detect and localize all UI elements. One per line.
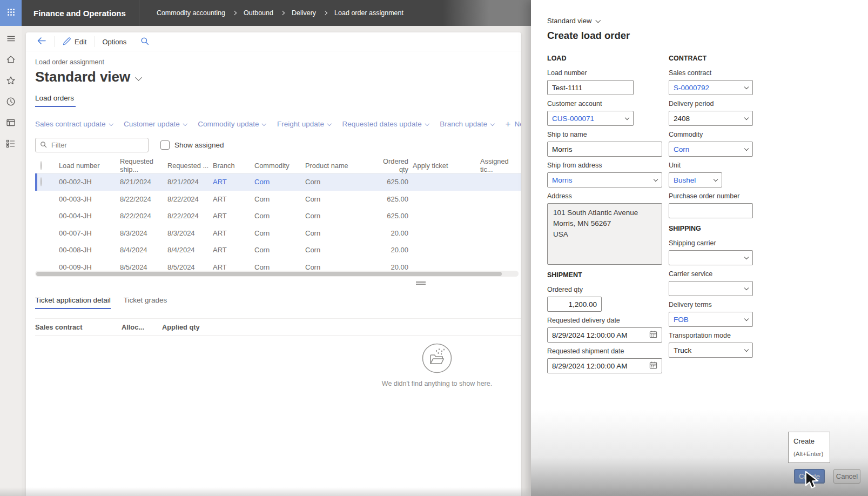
breadcrumb-item[interactable]: Commodity accounting: [157, 9, 225, 17]
edit-button[interactable]: Edit: [62, 37, 86, 47]
tab-ticket-application-detail[interactable]: Ticket application detail: [35, 296, 111, 309]
delivery-terms-combobox[interactable]: FOB: [669, 312, 753, 327]
calendar-icon[interactable]: [649, 361, 657, 371]
customer-account-combobox[interactable]: CUS-000071: [547, 111, 634, 126]
field-value: S-0000792: [674, 84, 742, 92]
column-header[interactable]: Load number: [59, 162, 120, 170]
tab-load-orders[interactable]: Load orders: [35, 94, 76, 107]
shipping-carrier-combobox[interactable]: [669, 250, 753, 265]
chevron-down-icon[interactable]: [744, 116, 749, 120]
filter-input[interactable]: [50, 140, 147, 150]
branch-link[interactable]: ART: [213, 178, 254, 186]
splitter-handle[interactable]: [416, 281, 426, 285]
ordered-qty-input[interactable]: 1,200.00: [547, 297, 602, 312]
column-header[interactable]: Sales contract: [35, 323, 122, 331]
cancel-button[interactable]: Cancel: [833, 469, 860, 484]
new-button[interactable]: +New: [505, 120, 521, 128]
table-cell: 625.00: [374, 212, 410, 220]
ship-from-address-combobox[interactable]: Morris: [547, 172, 662, 187]
breadcrumb-item[interactable]: Outbound: [244, 9, 273, 17]
column-header[interactable]: Apply ticket: [410, 162, 480, 170]
commodity-link[interactable]: Corn: [254, 178, 305, 186]
show-assigned-checkbox[interactable]: [160, 140, 170, 150]
dialog-view-selector[interactable]: Standard view: [531, 0, 868, 25]
unit-combobox[interactable]: Bushel: [669, 172, 722, 187]
chevron-down-icon[interactable]: [744, 286, 749, 290]
hamburger-icon[interactable]: [6, 33, 16, 43]
field-label: Requested delivery date: [547, 317, 662, 325]
commodity-combobox[interactable]: Corn: [669, 142, 753, 157]
table-row[interactable]: 00-002-JH 8/21/2024 8/21/2024 ART Corn C…: [35, 173, 521, 191]
branch-update-menu[interactable]: Branch update: [440, 120, 494, 128]
column-header[interactable]: Applied qty: [162, 323, 227, 331]
freight-update-menu[interactable]: Freight update: [277, 120, 331, 128]
tab-ticket-grades[interactable]: Ticket grades: [124, 296, 167, 309]
page-title: Standard view: [35, 68, 130, 85]
options-button[interactable]: Options: [102, 38, 126, 46]
row-selector-radio[interactable]: [41, 177, 42, 186]
column-header[interactable]: Requested ...: [167, 162, 213, 170]
chevron-down-icon[interactable]: [744, 146, 749, 151]
calendar-icon[interactable]: [649, 330, 657, 340]
table-cell: ART: [213, 229, 254, 237]
star-icon[interactable]: [6, 76, 16, 85]
chevron-down-icon[interactable]: [625, 116, 629, 120]
table-cell: 8/5/2024: [120, 263, 167, 271]
column-header[interactable]: Requested ship...: [120, 157, 167, 173]
chevron-down-icon[interactable]: [744, 85, 749, 89]
load-number-input[interactable]: Test-1111: [547, 80, 634, 95]
view-title-button[interactable]: Standard view: [35, 68, 521, 85]
chevron-down-icon[interactable]: [744, 255, 749, 259]
requested-delivery-date-input[interactable]: 8/29/2024 12:00:00 AM: [547, 327, 662, 343]
clock-icon[interactable]: [6, 97, 16, 106]
ship-to-name-input[interactable]: Morris: [547, 142, 662, 157]
waffle-icon: [7, 8, 15, 18]
chevron-down-icon[interactable]: [654, 177, 658, 182]
requested-dates-update-menu[interactable]: Requested dates update: [342, 120, 429, 128]
column-header[interactable]: Commodity: [254, 162, 305, 170]
field-value: 2408: [674, 115, 742, 123]
back-button[interactable]: [37, 37, 46, 46]
sales-contract-combobox[interactable]: S-0000792: [669, 80, 753, 95]
table-row[interactable]: 00-003-JH 8/22/2024 8/22/2024 ART Corn C…: [35, 191, 521, 208]
carrier-service-combobox[interactable]: [669, 281, 753, 296]
horizontal-scrollbar[interactable]: [35, 271, 519, 277]
column-header[interactable]: Alloc...: [122, 323, 162, 331]
chevron-down-icon[interactable]: [744, 317, 749, 321]
chevron-down-icon[interactable]: [714, 177, 718, 182]
select-all-radio[interactable]: [41, 161, 42, 170]
requested-shipment-date-input[interactable]: 8/29/2024 12:00:00 AM: [547, 358, 662, 373]
chevron-down-icon[interactable]: [744, 347, 749, 352]
commodity-update-menu[interactable]: Commodity update: [198, 120, 266, 128]
transportation-mode-combobox[interactable]: Truck: [669, 343, 753, 358]
section-load: LOAD: [547, 55, 662, 63]
workspaces-icon[interactable]: [6, 118, 16, 128]
modules-icon[interactable]: [6, 139, 16, 149]
table-row[interactable]: 00-004-JH 8/22/2024 8/22/2024 ART Corn C…: [35, 207, 521, 225]
app-launcher-button[interactable]: [0, 0, 22, 26]
delivery-period-combobox[interactable]: 2408: [669, 111, 753, 126]
column-header[interactable]: Product name: [305, 162, 374, 170]
table-row[interactable]: 00-008-JH 8/4/2024 8/4/2024 ART Corn Cor…: [35, 242, 521, 259]
plus-icon: +: [505, 120, 510, 128]
sales-contract-update-menu[interactable]: Sales contract update: [35, 120, 112, 128]
app-title[interactable]: Finance and Operations: [22, 9, 126, 18]
column-header[interactable]: Assigned tic...: [480, 157, 521, 173]
options-label: Options: [102, 38, 126, 46]
customer-update-menu[interactable]: Customer update: [124, 120, 186, 128]
address-textarea[interactable]: 101 South Atlantic Avenue Morris, MN 562…: [547, 203, 662, 265]
column-header[interactable]: Ordered qty: [374, 157, 410, 173]
breadcrumb-item[interactable]: Delivery: [292, 9, 316, 17]
edit-label: Edit: [75, 38, 86, 46]
grid-header-row: Load number Requested ship... Requested …: [35, 157, 521, 173]
table-row[interactable]: 00-009-JH 8/5/2024 8/5/2024 ART Corn Cor…: [35, 259, 521, 271]
nav-rail: [0, 26, 22, 496]
table-row[interactable]: 00-007-JH 8/3/2024 8/3/2024 ART Corn Cor…: [35, 225, 521, 242]
search-button[interactable]: [140, 37, 149, 47]
purchase-order-number-input[interactable]: [669, 203, 753, 218]
scrollbar-thumb[interactable]: [36, 272, 502, 276]
column-header[interactable]: Branch: [213, 162, 254, 170]
breadcrumb-item[interactable]: Load order assignment: [334, 9, 403, 17]
section-contract: CONTRACT: [669, 55, 753, 63]
home-icon[interactable]: [6, 55, 16, 64]
